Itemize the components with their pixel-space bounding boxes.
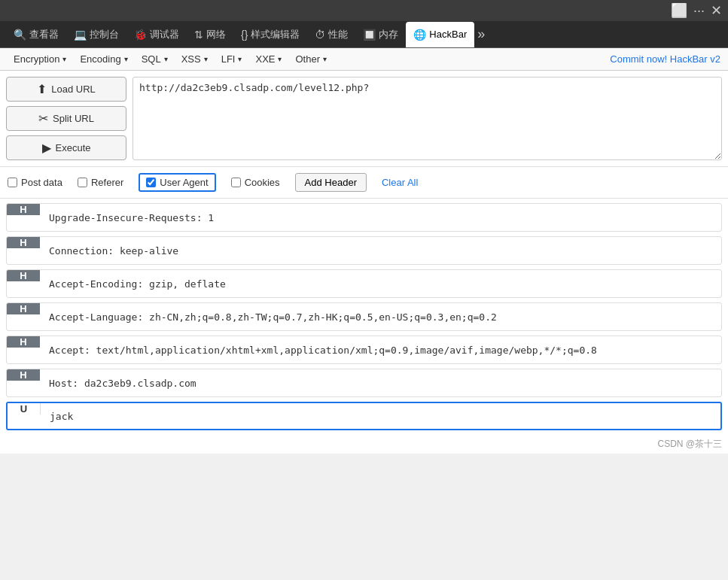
header-row: Ujack xyxy=(6,402,722,430)
checkboxes-row: Post data Referer User Agent Cookies Add… xyxy=(0,167,728,199)
chevron-down-icon: ▾ xyxy=(238,55,242,63)
header-badge: H xyxy=(7,303,40,314)
header-content: Upgrade-Insecure-Requests: 1 xyxy=(40,206,721,229)
split-url-button[interactable]: ✂ Split URL xyxy=(6,106,126,131)
post-data-checkbox[interactable]: Post data xyxy=(8,177,62,188)
headers-section: HUpgrade-Insecure-Requests: 1HConnection… xyxy=(0,199,728,435)
left-buttons: ⬆ Load URL ✂ Split URL ▶ Execute xyxy=(6,77,126,160)
tab-性能[interactable]: ⏱性能 xyxy=(307,22,355,47)
more-tabs-icon[interactable]: » xyxy=(477,26,485,42)
execute-button[interactable]: ▶ Execute xyxy=(6,135,126,160)
chevron-down-icon: ▾ xyxy=(164,55,168,63)
watermark: CSDN @茶十三 xyxy=(0,435,728,454)
header-content: Accept: text/html,application/xhtml+xml,… xyxy=(40,339,721,362)
hackbar-toolbar: Encryption▾Encoding▾SQL▾XSS▾LFI▾XXE▾Othe… xyxy=(0,48,728,71)
clear-all-button[interactable]: Clear All xyxy=(382,177,418,188)
tab-查看器[interactable]: 🔍查看器 xyxy=(6,22,66,47)
close-icon[interactable]: ✕ xyxy=(711,2,722,19)
user-agent-wrapper: User Agent xyxy=(139,173,215,192)
header-content: Host: da2c3eb9.clsadp.com xyxy=(40,372,721,395)
minimize-icon[interactable]: ⬜ xyxy=(671,2,687,19)
menu-other[interactable]: Other▾ xyxy=(289,51,333,67)
tab-内存[interactable]: 🔲内存 xyxy=(355,22,406,47)
tab-bar: 🔍查看器💻控制台🐞调试器⇅网络{}样式编辑器⏱性能🔲内存🌐HackBar » xyxy=(0,21,728,48)
menu-icon[interactable]: ··· xyxy=(693,3,705,19)
header-content: Connection: keep-alive xyxy=(40,239,721,263)
chevron-down-icon: ▾ xyxy=(323,55,327,63)
chevron-down-icon: ▾ xyxy=(62,55,66,63)
tab-HackBar[interactable]: 🌐HackBar xyxy=(406,22,474,47)
split-url-icon: ✂ xyxy=(38,111,48,126)
tab-网络[interactable]: ⇅网络 xyxy=(187,22,233,47)
header-badge: H xyxy=(7,336,40,348)
tab-调试器[interactable]: 🐞调试器 xyxy=(126,22,187,47)
chevron-down-icon: ▾ xyxy=(204,55,208,63)
load-url-button[interactable]: ⬆ Load URL xyxy=(6,77,126,102)
header-row: HAccept: text/html,application/xhtml+xml… xyxy=(6,336,722,364)
url-input[interactable]: http://da2c3eb9.clsadp.com/level12.php? xyxy=(133,77,722,160)
menu-xxe[interactable]: XXE▾ xyxy=(249,51,288,67)
chevron-down-icon: ▾ xyxy=(278,55,282,63)
menu-sql[interactable]: SQL▾ xyxy=(136,51,174,67)
referer-checkbox[interactable]: Referer xyxy=(78,177,123,188)
add-header-button[interactable]: Add Header xyxy=(295,173,367,192)
menu-xss[interactable]: XSS▾ xyxy=(175,51,214,67)
tab-控制台[interactable]: 💻控制台 xyxy=(66,22,126,47)
browser-topbar: ⬜ ··· ✕ xyxy=(0,0,728,21)
header-row: HConnection: keep-alive xyxy=(6,236,722,265)
cookies-checkbox[interactable]: Cookies xyxy=(231,177,280,188)
header-content: jack xyxy=(41,405,720,428)
header-row: HHost: da2c3eb9.clsadp.com xyxy=(6,369,722,397)
tab-样式编辑器[interactable]: {}样式编辑器 xyxy=(233,22,307,47)
menu-lfi[interactable]: LFI▾ xyxy=(215,51,248,67)
header-content: Accept-Encoding: gzip, deflate xyxy=(40,272,721,296)
header-row: HAccept-Encoding: gzip, deflate xyxy=(6,269,722,298)
menu-encoding[interactable]: Encoding▾ xyxy=(74,51,133,67)
menu-encryption[interactable]: Encryption▾ xyxy=(8,51,72,67)
header-badge: U xyxy=(8,403,41,415)
chevron-down-icon: ▾ xyxy=(124,55,128,63)
header-row: HAccept-Language: zh-CN,zh;q=0.8,zh-TW;q… xyxy=(6,302,722,331)
header-badge: H xyxy=(7,237,40,248)
load-url-icon: ⬆ xyxy=(37,82,47,96)
header-badge: H xyxy=(7,270,40,281)
header-content: Accept-Language: zh-CN,zh;q=0.8,zh-TW;q=… xyxy=(40,305,721,329)
commit-now-link[interactable]: Commit now! HackBar v2 xyxy=(610,53,720,65)
execute-icon: ▶ xyxy=(42,141,51,155)
header-badge: H xyxy=(7,369,40,381)
header-row: HUpgrade-Insecure-Requests: 1 xyxy=(6,203,722,232)
main-panel: ⬆ Load URL ✂ Split URL ▶ Execute http://… xyxy=(0,71,728,167)
user-agent-checkbox[interactable]: User Agent xyxy=(146,177,208,188)
header-badge: H xyxy=(7,204,40,215)
